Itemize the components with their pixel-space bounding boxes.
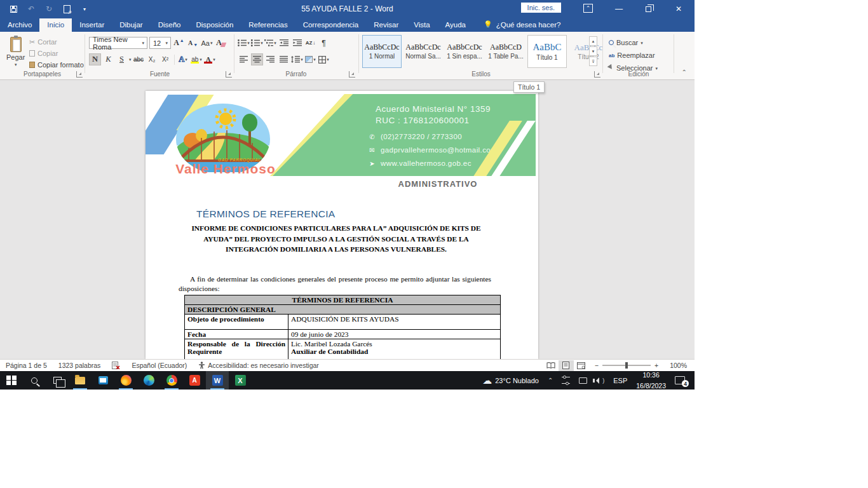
restore-button[interactable]	[637, 0, 659, 18]
action-center-icon[interactable]: 4	[670, 376, 695, 384]
weather-widget[interactable]: ☁ 23°C Nublado	[478, 375, 543, 386]
style-normal[interactable]: AaBbCcDc1 Normal	[362, 35, 402, 68]
justify-icon[interactable]	[278, 53, 290, 65]
save-icon[interactable]	[9, 4, 18, 13]
borders-icon[interactable]: ▾	[318, 53, 330, 65]
edge-icon[interactable]	[137, 371, 160, 390]
styles-scroll-up-icon[interactable]: ▲	[589, 36, 597, 46]
word-taskbar-icon[interactable]: W	[206, 371, 229, 390]
tab-referencias[interactable]: Referencias	[241, 18, 295, 32]
clipboard-dialog-launcher[interactable]	[76, 71, 83, 78]
tab-disposicion[interactable]: Disposición	[188, 18, 241, 32]
cut-button[interactable]: ✂Cortar	[29, 37, 84, 47]
pilcrow-icon[interactable]: ¶	[318, 37, 330, 49]
tell-me-box[interactable]: 💡 ¿Qué desea hacer?	[473, 20, 567, 32]
mail-icon-taskbar[interactable]	[92, 371, 114, 390]
accessibility-status[interactable]: Accesibilidad: es necesario investigar	[193, 362, 325, 369]
find-button[interactable]: Buscar▾	[609, 37, 658, 48]
copy-button[interactable]: Copiar	[29, 48, 84, 58]
page-indicator[interactable]: Página 1 de 5	[0, 362, 53, 369]
replace-button[interactable]: abReemplazar	[609, 50, 658, 60]
shrink-font-button[interactable]: A▼	[187, 37, 199, 49]
text-effects-button[interactable]: A▾	[177, 53, 189, 65]
line-spacing-icon[interactable]: ▾	[291, 53, 303, 65]
collapse-ribbon-icon[interactable]: ⌃	[682, 69, 687, 76]
language-indicator[interactable]: Español (Ecuador)	[126, 362, 193, 369]
sign-in-button[interactable]: Inic. ses.	[521, 3, 561, 13]
bullets-icon[interactable]: ▾	[238, 37, 250, 49]
superscript-button[interactable]: X²	[159, 53, 172, 65]
font-dialog-launcher[interactable]	[226, 71, 232, 78]
align-right-icon[interactable]	[264, 53, 276, 65]
volume-icon[interactable]: )	[592, 377, 609, 384]
zoom-out-icon[interactable]: −	[589, 362, 599, 369]
undo-icon[interactable]: ↶	[27, 4, 36, 13]
minimize-button[interactable]: —	[608, 0, 630, 18]
web-layout-icon[interactable]	[574, 360, 589, 371]
pen-settings-icon[interactable]	[557, 377, 574, 384]
tab-diseno[interactable]: Diseño	[151, 18, 189, 32]
font-name-combo[interactable]: Times New Roma▾	[89, 37, 147, 49]
start-button[interactable]	[0, 371, 23, 390]
ribbon-display-options-icon[interactable]: ⌃	[583, 4, 593, 13]
acrobat-icon[interactable]: A	[183, 371, 206, 390]
italic-button[interactable]: K	[102, 53, 114, 65]
close-button[interactable]: ✕	[668, 0, 689, 18]
proofing-icon[interactable]	[106, 362, 126, 369]
align-left-icon[interactable]	[238, 53, 250, 65]
zoom-level[interactable]: 100%	[664, 362, 695, 369]
print-preview-icon[interactable]	[62, 4, 71, 13]
grow-font-button[interactable]: A▲	[173, 37, 185, 49]
file-explorer-icon[interactable]	[69, 371, 92, 390]
style-table-paragraph[interactable]: AaBbCcD1 Table Pa...	[486, 35, 526, 68]
tab-vista[interactable]: Vista	[406, 18, 437, 32]
task-view-icon[interactable]	[46, 371, 69, 390]
tab-insertar[interactable]: Insertar	[72, 18, 112, 32]
read-mode-icon[interactable]	[543, 360, 559, 371]
tab-correspondencia[interactable]: Correspondencia	[295, 18, 367, 32]
numbering-icon[interactable]: ▾	[251, 37, 263, 49]
underline-caret[interactable]: ▾	[129, 57, 132, 62]
clear-formatting-button[interactable]: A	[215, 37, 227, 49]
format-painter-button[interactable]: Copiar formato	[29, 60, 84, 70]
paragraph-dialog-launcher[interactable]	[349, 71, 355, 78]
strikethrough-button[interactable]: abc	[133, 53, 145, 65]
chrome-icon[interactable]	[160, 371, 183, 390]
document-area[interactable]: GAD PARROQUIAL Valle Hermoso Acuerdo Min…	[0, 81, 695, 359]
firefox-icon[interactable]	[114, 371, 137, 390]
shading-icon[interactable]: ▾	[304, 53, 316, 65]
style-sin-espaciado[interactable]: AaBbCcDc1 Sin espa...	[445, 35, 484, 68]
change-case-button[interactable]: Aa▾	[201, 37, 213, 49]
hidden-icons-chevron[interactable]: ⌃	[543, 377, 557, 384]
increase-indent-icon[interactable]	[291, 37, 303, 49]
network-icon[interactable]	[574, 377, 592, 384]
decrease-indent-icon[interactable]	[278, 37, 290, 49]
excel-taskbar-icon[interactable]: X	[229, 371, 252, 390]
print-layout-icon[interactable]	[559, 360, 574, 371]
styles-scroll-down-icon[interactable]: ▼	[589, 46, 597, 56]
font-color-button[interactable]: A▾	[204, 53, 216, 65]
customize-qat-icon[interactable]: ▾	[80, 4, 89, 13]
zoom-slider-thumb[interactable]	[625, 362, 628, 369]
styles-gallery-expand-icon[interactable]: ⊽	[589, 57, 597, 66]
bold-button[interactable]: N	[89, 53, 101, 65]
tab-inicio[interactable]: Inicio	[39, 18, 72, 32]
zoom-in-icon[interactable]: +	[654, 362, 664, 369]
tab-dibujar[interactable]: Dibujar	[112, 18, 150, 32]
style-titulo-1[interactable]: AaBbCTítulo 1	[527, 35, 567, 68]
style-normal-sa[interactable]: AaBbCcDcNormal Sa...	[403, 35, 443, 68]
clock[interactable]: 10:36 16/8/2023	[632, 371, 670, 390]
subscript-button[interactable]: X₂	[146, 53, 158, 65]
document-page[interactable]: GAD PARROQUIAL Valle Hermoso Acuerdo Min…	[146, 91, 538, 359]
redo-icon[interactable]: ↻	[44, 4, 53, 13]
tab-revisar[interactable]: Revisar	[366, 18, 406, 32]
align-center-icon[interactable]	[251, 53, 263, 65]
word-count[interactable]: 1323 palabras	[53, 362, 107, 369]
tab-archivo[interactable]: Archivo	[0, 18, 39, 32]
language-esp[interactable]: ESP	[609, 377, 632, 384]
font-size-combo[interactable]: 12▾	[149, 37, 171, 49]
sort-icon[interactable]: AZ↓	[304, 37, 316, 49]
paste-button[interactable]: Pegar ▾	[3, 34, 29, 69]
styles-dialog-launcher[interactable]	[594, 71, 600, 78]
multilevel-list-icon[interactable]: ▾	[264, 37, 276, 49]
